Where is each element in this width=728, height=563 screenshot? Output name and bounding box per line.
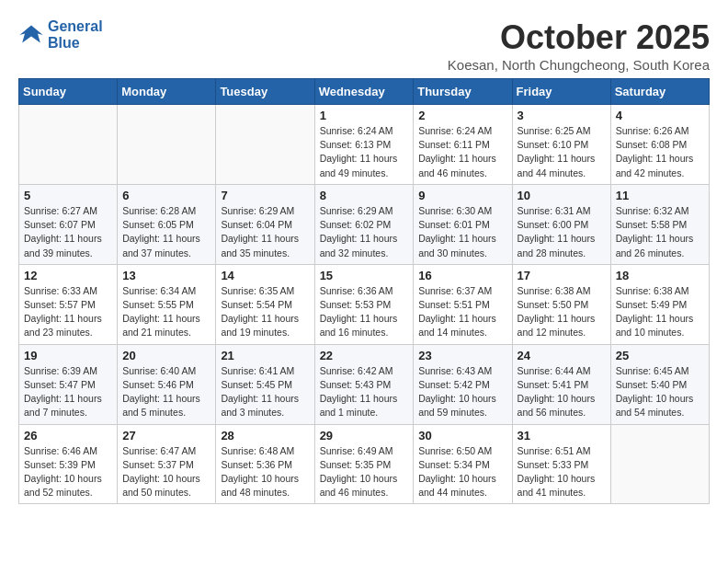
day-number: 20 bbox=[122, 349, 210, 362]
calendar-cell: 26Sunrise: 6:46 AM Sunset: 5:39 PM Dayli… bbox=[19, 424, 118, 504]
day-info: Sunrise: 6:37 AM Sunset: 5:51 PM Dayligh… bbox=[418, 284, 506, 340]
day-info: Sunrise: 6:49 AM Sunset: 5:35 PM Dayligh… bbox=[320, 444, 409, 500]
day-info: Sunrise: 6:46 AM Sunset: 5:39 PM Dayligh… bbox=[24, 444, 112, 500]
day-number: 17 bbox=[518, 269, 606, 282]
calendar-cell: 9Sunrise: 6:30 AM Sunset: 6:01 PM Daylig… bbox=[414, 184, 512, 264]
calendar-cell: 11Sunrise: 6:32 AM Sunset: 5:58 PM Dayli… bbox=[610, 184, 709, 264]
day-number: 14 bbox=[221, 269, 309, 282]
weekday-header-thursday: Thursday bbox=[414, 79, 512, 105]
logo-text: General Blue bbox=[48, 18, 103, 52]
week-row-2: 5Sunrise: 6:27 AM Sunset: 6:07 PM Daylig… bbox=[19, 184, 710, 264]
day-number: 10 bbox=[518, 189, 606, 202]
calendar-cell bbox=[216, 105, 314, 185]
calendar-cell: 27Sunrise: 6:47 AM Sunset: 5:37 PM Dayli… bbox=[118, 424, 216, 504]
day-number: 29 bbox=[320, 429, 409, 442]
day-number: 18 bbox=[616, 269, 704, 282]
day-info: Sunrise: 6:30 AM Sunset: 6:01 PM Dayligh… bbox=[418, 204, 506, 260]
day-info: Sunrise: 6:36 AM Sunset: 5:53 PM Dayligh… bbox=[320, 284, 409, 340]
logo-bird-icon bbox=[18, 22, 44, 48]
day-info: Sunrise: 6:34 AM Sunset: 5:55 PM Dayligh… bbox=[122, 284, 210, 340]
calendar-cell: 1Sunrise: 6:24 AM Sunset: 6:13 PM Daylig… bbox=[314, 105, 414, 185]
day-info: Sunrise: 6:45 AM Sunset: 5:40 PM Dayligh… bbox=[616, 364, 704, 420]
calendar-cell: 19Sunrise: 6:39 AM Sunset: 5:47 PM Dayli… bbox=[19, 344, 118, 424]
day-number: 12 bbox=[24, 269, 112, 282]
day-number: 3 bbox=[518, 109, 606, 122]
day-number: 13 bbox=[122, 269, 210, 282]
day-info: Sunrise: 6:29 AM Sunset: 6:02 PM Dayligh… bbox=[320, 204, 409, 260]
calendar-cell bbox=[19, 105, 118, 185]
week-row-5: 26Sunrise: 6:46 AM Sunset: 5:39 PM Dayli… bbox=[19, 424, 710, 504]
day-info: Sunrise: 6:33 AM Sunset: 5:57 PM Dayligh… bbox=[24, 284, 112, 340]
weekday-header-row: SundayMondayTuesdayWednesdayThursdayFrid… bbox=[19, 79, 710, 105]
calendar-cell: 21Sunrise: 6:41 AM Sunset: 5:45 PM Dayli… bbox=[216, 344, 314, 424]
calendar-cell: 30Sunrise: 6:50 AM Sunset: 5:34 PM Dayli… bbox=[414, 424, 512, 504]
day-number: 21 bbox=[221, 349, 309, 362]
day-info: Sunrise: 6:26 AM Sunset: 6:08 PM Dayligh… bbox=[616, 124, 704, 180]
weekday-header-tuesday: Tuesday bbox=[216, 79, 314, 105]
day-number: 11 bbox=[616, 189, 704, 202]
day-info: Sunrise: 6:51 AM Sunset: 5:33 PM Dayligh… bbox=[518, 444, 606, 500]
day-info: Sunrise: 6:43 AM Sunset: 5:42 PM Dayligh… bbox=[418, 364, 506, 420]
svg-marker-0 bbox=[19, 26, 42, 43]
day-number: 19 bbox=[24, 349, 112, 362]
day-number: 24 bbox=[518, 349, 606, 362]
day-number: 28 bbox=[221, 429, 309, 442]
day-info: Sunrise: 6:44 AM Sunset: 5:41 PM Dayligh… bbox=[518, 364, 606, 420]
calendar-cell: 28Sunrise: 6:48 AM Sunset: 5:36 PM Dayli… bbox=[216, 424, 314, 504]
calendar-cell: 5Sunrise: 6:27 AM Sunset: 6:07 PM Daylig… bbox=[19, 184, 118, 264]
weekday-header-monday: Monday bbox=[118, 79, 216, 105]
day-number: 6 bbox=[122, 189, 210, 202]
calendar-cell: 15Sunrise: 6:36 AM Sunset: 5:53 PM Dayli… bbox=[314, 264, 414, 344]
day-info: Sunrise: 6:41 AM Sunset: 5:45 PM Dayligh… bbox=[221, 364, 309, 420]
day-info: Sunrise: 6:35 AM Sunset: 5:54 PM Dayligh… bbox=[221, 284, 309, 340]
day-number: 7 bbox=[221, 189, 309, 202]
page-header: General Blue October 2025 Koesan, North … bbox=[18, 18, 710, 73]
calendar-cell: 10Sunrise: 6:31 AM Sunset: 6:00 PM Dayli… bbox=[512, 184, 610, 264]
day-number: 4 bbox=[616, 109, 704, 122]
day-info: Sunrise: 6:50 AM Sunset: 5:34 PM Dayligh… bbox=[418, 444, 506, 500]
calendar-cell: 13Sunrise: 6:34 AM Sunset: 5:55 PM Dayli… bbox=[118, 264, 216, 344]
day-info: Sunrise: 6:48 AM Sunset: 5:36 PM Dayligh… bbox=[221, 444, 309, 500]
day-number: 16 bbox=[418, 269, 506, 282]
day-number: 26 bbox=[24, 429, 112, 442]
calendar-cell: 24Sunrise: 6:44 AM Sunset: 5:41 PM Dayli… bbox=[512, 344, 610, 424]
calendar-cell: 12Sunrise: 6:33 AM Sunset: 5:57 PM Dayli… bbox=[19, 264, 118, 344]
calendar-cell: 20Sunrise: 6:40 AM Sunset: 5:46 PM Dayli… bbox=[118, 344, 216, 424]
day-info: Sunrise: 6:24 AM Sunset: 6:13 PM Dayligh… bbox=[320, 124, 409, 180]
calendar-cell: 31Sunrise: 6:51 AM Sunset: 5:33 PM Dayli… bbox=[512, 424, 610, 504]
calendar-cell bbox=[118, 105, 216, 185]
day-info: Sunrise: 6:29 AM Sunset: 6:04 PM Dayligh… bbox=[221, 204, 309, 260]
calendar-cell: 2Sunrise: 6:24 AM Sunset: 6:11 PM Daylig… bbox=[414, 105, 512, 185]
weekday-header-sunday: Sunday bbox=[19, 79, 118, 105]
day-info: Sunrise: 6:38 AM Sunset: 5:50 PM Dayligh… bbox=[518, 284, 606, 340]
calendar-cell: 17Sunrise: 6:38 AM Sunset: 5:50 PM Dayli… bbox=[512, 264, 610, 344]
calendar-cell: 16Sunrise: 6:37 AM Sunset: 5:51 PM Dayli… bbox=[414, 264, 512, 344]
day-info: Sunrise: 6:31 AM Sunset: 6:00 PM Dayligh… bbox=[518, 204, 606, 260]
day-number: 27 bbox=[122, 429, 210, 442]
day-number: 9 bbox=[418, 189, 506, 202]
calendar-cell: 25Sunrise: 6:45 AM Sunset: 5:40 PM Dayli… bbox=[610, 344, 709, 424]
weekday-header-friday: Friday bbox=[512, 79, 610, 105]
day-info: Sunrise: 6:25 AM Sunset: 6:10 PM Dayligh… bbox=[518, 124, 606, 180]
weekday-header-saturday: Saturday bbox=[610, 79, 709, 105]
day-number: 5 bbox=[24, 189, 112, 202]
month-title: October 2025 bbox=[448, 18, 710, 57]
calendar-cell: 3Sunrise: 6:25 AM Sunset: 6:10 PM Daylig… bbox=[512, 105, 610, 185]
title-block: October 2025 Koesan, North Chungcheong, … bbox=[448, 18, 710, 73]
calendar-cell: 6Sunrise: 6:28 AM Sunset: 6:05 PM Daylig… bbox=[118, 184, 216, 264]
weekday-header-wednesday: Wednesday bbox=[314, 79, 414, 105]
calendar-cell: 7Sunrise: 6:29 AM Sunset: 6:04 PM Daylig… bbox=[216, 184, 314, 264]
day-number: 1 bbox=[320, 109, 409, 122]
day-info: Sunrise: 6:32 AM Sunset: 5:58 PM Dayligh… bbox=[616, 204, 704, 260]
day-number: 2 bbox=[418, 109, 506, 122]
calendar-cell bbox=[610, 424, 709, 504]
day-number: 31 bbox=[518, 429, 606, 442]
day-info: Sunrise: 6:39 AM Sunset: 5:47 PM Dayligh… bbox=[24, 364, 112, 420]
week-row-4: 19Sunrise: 6:39 AM Sunset: 5:47 PM Dayli… bbox=[19, 344, 710, 424]
logo: General Blue bbox=[18, 18, 103, 52]
calendar-cell: 23Sunrise: 6:43 AM Sunset: 5:42 PM Dayli… bbox=[414, 344, 512, 424]
day-info: Sunrise: 6:38 AM Sunset: 5:49 PM Dayligh… bbox=[616, 284, 704, 340]
week-row-3: 12Sunrise: 6:33 AM Sunset: 5:57 PM Dayli… bbox=[19, 264, 710, 344]
day-number: 30 bbox=[418, 429, 506, 442]
week-row-1: 1Sunrise: 6:24 AM Sunset: 6:13 PM Daylig… bbox=[19, 105, 710, 185]
